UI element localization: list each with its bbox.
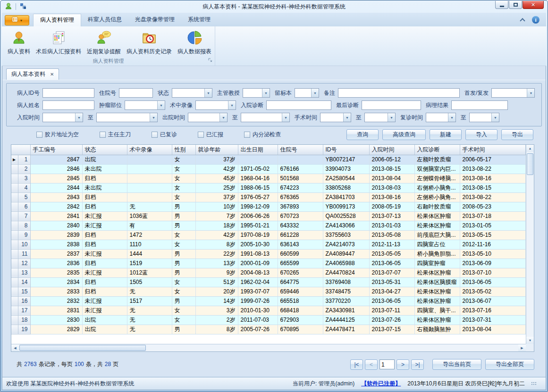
ribbon-tab-3[interactable]: 系统管理 [181,14,217,26]
scroll-right-icon[interactable]: ▶ [518,344,526,351]
admission-diagnosis-field[interactable] [266,100,331,110]
column-header-9[interactable]: 入院诊断 [414,145,460,155]
surgery-date-to-combo[interactable]: ▼ [364,113,396,122]
scroll-left-icon[interactable]: ◀ [11,344,19,351]
ribbon-tab-0[interactable]: 病人资料管理 [33,14,81,26]
prev-page-button[interactable]: < [365,359,378,370]
vertical-scrollbar[interactable]: ▲ ▼ [526,145,534,344]
revisited-checkbox[interactable]: 已复诊 [152,131,177,139]
chevron-down-icon[interactable]: ▼ [204,89,212,97]
column-header-8[interactable]: 入院时间 [369,145,414,155]
surgery-date-from-combo[interactable]: ▼ [320,113,351,122]
column-header-5[interactable]: 出生日期 [238,145,278,155]
tab-patient-basic-info[interactable]: 病人基本资料 ✕ [6,68,59,80]
tab-close-icon[interactable]: ✕ [50,72,54,77]
remark-field[interactable] [338,88,460,98]
table-row[interactable]: 192829出院无男8岁2005-07-26670895ZA4478471201… [11,325,526,334]
endocrine-exam-checkbox[interactable]: 内分泌检查 [244,131,281,139]
chevron-down-icon[interactable]: ▼ [527,89,534,97]
minimize-button[interactable] [495,1,508,9]
patient-name-field[interactable] [42,100,94,110]
column-header-6[interactable]: 住院号 [278,145,323,155]
table-row[interactable]: 182830出院无女2岁2011-07-03672903ZA4444125201… [11,315,526,325]
table-row[interactable]: 152833归档无女20岁1993-07-0765944633748475201… [11,287,526,296]
table-row[interactable]: ▶12847出院女37岁YB00721472006-05-12左额叶胶质瘤200… [11,155,526,164]
film-address-empty-checkbox[interactable]: 胶片地址为空 [36,131,79,139]
admission-date-to-combo[interactable]: ▼ [96,113,158,122]
close-button[interactable]: ✕ [523,1,544,9]
chevron-down-icon[interactable]: ▼ [491,113,499,122]
application-menu-button[interactable]: ▼ [5,15,29,25]
status-combo[interactable]: ▼ [172,88,212,98]
pathology-result-field[interactable] [451,100,508,110]
maximize-button[interactable] [509,1,522,9]
last-page-button[interactable]: >| [411,359,424,370]
table-row[interactable]: 42844未出院女25岁1988-06-15674223338052682013… [11,183,526,192]
table-row[interactable]: 72841未汇报1036蓝男7岁2006-06-26670723QA002552… [11,211,526,221]
history-record-button[interactable]: 病人资料历史记录 [124,28,175,57]
tumor-site-combo[interactable]: ▼ [125,100,165,110]
column-header-4[interactable]: 就诊年龄 [195,145,238,155]
table-row[interactable]: 122836归档1519男13岁2000-01-09665599ZA406598… [11,259,526,268]
advanced-query-button[interactable]: 高级查询 [382,129,426,140]
first-or-relapse-combo[interactable]: ▼ [491,88,535,98]
chevron-down-icon[interactable]: ▼ [282,113,289,122]
checkbox-icon[interactable] [100,132,106,138]
revisit-date-from-combo[interactable]: ▼ [426,113,456,122]
table-row[interactable]: 32845归档女45岁1968-04-16501568ZA25805442013… [11,174,526,183]
table-row[interactable]: 92839归档1472女42岁1970-08-19661228337556032… [11,230,526,240]
chevron-down-icon[interactable]: ▼ [311,89,319,97]
info-icon[interactable]: i [532,16,540,24]
revisit-reminder-button[interactable]: 近期复诊提醒 [84,28,124,57]
export-button[interactable]: 导出 [501,129,533,140]
horizontal-scrollbar[interactable]: ◀ ▶ [11,344,526,351]
column-header-1[interactable]: 状态 [82,145,127,155]
column-header-10[interactable]: 手术时间 [460,145,526,155]
column-header-7[interactable]: ID号 [323,145,369,155]
registered-link[interactable]: 【软件已注册】 [361,380,401,388]
reported-checkbox[interactable]: 已汇报 [198,131,223,139]
chevron-down-icon[interactable]: ▼ [262,89,270,97]
checkbox-icon[interactable] [244,132,250,138]
chevron-down-icon[interactable]: ▼ [219,113,227,122]
column-header-0[interactable]: 手工编号 [30,145,82,155]
patient-info-button[interactable]: 病人资料 [5,28,33,57]
vertical-scroll-thumb[interactable] [527,153,533,175]
page-input[interactable] [379,359,395,369]
specimen-combo[interactable]: ▼ [295,88,319,98]
table-row[interactable]: 172831未汇报无女3岁2010-01-30668418ZA343098120… [11,306,526,315]
table-row[interactable]: 62842归档无男10岁1998-12-09367893YB0099173200… [11,202,526,211]
data-report-button[interactable]: 病人数据报表 [175,28,214,57]
professor-combo[interactable]: ▼ [243,88,270,98]
collapse-ribbon-icon[interactable] [520,18,525,23]
table-row[interactable]: 102838归档1110女8岁2005-10-30636143ZA4214073… [11,240,526,249]
export-all-pages-button[interactable]: 导出全部页 [485,359,534,370]
chevron-down-icon[interactable]: ▼ [150,113,157,122]
chevron-down-icon[interactable]: ▼ [448,113,455,122]
post-op-report-button[interactable]: 术后病人汇报资料 [33,28,84,57]
chevron-down-icon[interactable]: ▼ [157,101,165,109]
chief-surgeon-checkbox[interactable]: 主任主刀 [100,131,131,139]
table-row[interactable]: 82840未汇报有男18岁1995-01-21643332ZA414306620… [11,221,526,230]
import-button[interactable]: 导入 [465,129,497,140]
scroll-up-icon[interactable]: ▲ [526,145,534,152]
first-page-button[interactable]: |< [350,359,363,370]
final-diagnosis-field[interactable] [362,100,421,110]
table-row[interactable]: 132835未汇报1012蓝男9岁2004-08-13670265ZA44708… [11,268,526,277]
query-button[interactable]: 查询 [346,129,379,140]
next-page-button[interactable]: > [396,359,409,370]
chevron-down-icon[interactable]: ▼ [388,113,395,122]
table-row[interactable]: 142834归档1505女51岁1962-02-0466477533769408… [11,277,526,287]
checkbox-icon[interactable] [198,132,204,138]
scroll-down-icon[interactable]: ▼ [526,337,534,344]
chevron-down-icon[interactable]: ▼ [228,101,236,109]
column-header-2[interactable]: 术中录像 [127,145,172,155]
column-header-3[interactable]: 性别 [172,145,195,155]
table-row[interactable]: 22846未出院女42岁1971-05-02676166339040732013… [11,164,526,174]
checkbox-icon[interactable] [152,132,158,138]
admission-number-field[interactable] [119,88,153,98]
export-current-page-button[interactable]: 导出当前页 [432,359,481,370]
chevron-down-icon[interactable]: ▼ [343,113,351,122]
ribbon-tab-2[interactable]: 光盘录像带管理 [128,14,181,26]
table-row[interactable]: 52843归档女37岁1976-05-27676365ZA38417032013… [11,192,526,202]
